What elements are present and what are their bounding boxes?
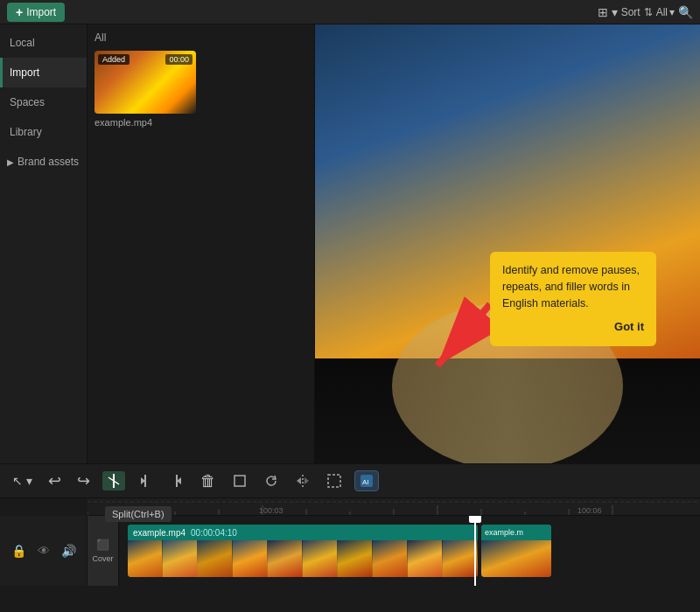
track-controls: 🔒 👁 🔊 (0, 516, 88, 586)
got-it-button[interactable]: Got it (502, 318, 644, 336)
cover-label-box: ⬛ Cover (88, 516, 119, 586)
clip-frame (128, 540, 163, 577)
delete-button[interactable]: 🗑 (197, 470, 220, 492)
clip-name: example.mp4 (133, 528, 186, 538)
sidebar-item-library[interactable]: Library (0, 117, 87, 147)
sidebar-item-brand-assets[interactable]: ▶ Brand assets (0, 147, 87, 177)
eye-icon[interactable]: 👁 (38, 544, 50, 558)
cover-icon: ⬛ (96, 539, 109, 551)
media-filename: example.mp4 (94, 117, 196, 128)
playhead-handle[interactable] (469, 516, 481, 523)
filter-all-button[interactable]: All ▾ (656, 6, 675, 18)
clip-frame (198, 540, 233, 577)
import-label: Import (26, 6, 56, 18)
trim-left-button[interactable] (134, 471, 157, 490)
added-badge: Added (98, 54, 130, 65)
undo-button[interactable]: ↩ (45, 469, 65, 492)
trim-right-button[interactable] (165, 471, 188, 490)
svg-marker-11 (297, 477, 301, 484)
timeline-area: ↖ ▾ ↩ ↪ 🗑 AI Split(Ctrl+B) (0, 463, 700, 612)
audio-icon[interactable]: 🔊 (61, 544, 76, 558)
svg-rect-9 (234, 476, 245, 486)
grid-view-icon[interactable]: ⊞ ▾ (598, 5, 618, 19)
tooltip-text: Identify and remove pauses, repeats, and… (502, 264, 640, 309)
lock-icon[interactable]: 🔒 (11, 544, 26, 558)
top-bar: + Import ⊞ ▾ Sort ⇅ All ▾ 🔍 (0, 0, 700, 24)
clip-frame (338, 540, 373, 577)
svg-marker-12 (304, 477, 309, 484)
crop-button[interactable] (228, 471, 251, 490)
clip-header: example.mp4 00:00:04:10 (128, 525, 478, 540)
adjust-button[interactable] (323, 471, 346, 490)
list-item[interactable]: Added 00:00 example.mp4 (94, 51, 196, 128)
clip-frame (373, 540, 408, 577)
svg-rect-13 (328, 475, 340, 487)
redo-button[interactable]: ↪ (74, 469, 94, 492)
track-clips: example.mp4 00:00:04:10 (119, 516, 700, 586)
clip-frame (408, 540, 443, 577)
timeline-ruler: 100:03 100:06 (88, 498, 700, 516)
sort-button[interactable]: Sort ⇅ (621, 6, 653, 18)
svg-line-1 (438, 304, 490, 365)
cursor-tool-button[interactable]: ↖ ▾ (9, 472, 36, 490)
sidebar-item-import[interactable]: Import (0, 58, 87, 87)
rotate-button[interactable] (260, 471, 283, 490)
clip-secondary-header: example.m (481, 525, 551, 540)
cover-label: Cover (92, 554, 113, 563)
media-all-label: All (94, 31, 307, 44)
secondary-clip[interactable]: example.m (481, 525, 551, 577)
svg-text:AI: AI (362, 478, 369, 486)
chevron-right-icon: ▶ (7, 157, 14, 167)
clip-frame (163, 540, 198, 577)
plus-icon: + (16, 5, 23, 19)
sidebar-item-local[interactable]: Local (0, 28, 87, 58)
import-button[interactable]: + Import (7, 3, 65, 22)
playhead[interactable] (474, 516, 476, 586)
sidebar-item-spaces[interactable]: Spaces (0, 87, 87, 117)
clip-frames (128, 540, 478, 577)
clip-frame (443, 540, 478, 577)
main-clip[interactable]: example.mp4 00:00:04:10 (128, 525, 478, 577)
split-tooltip: Split(Ctrl+B) (105, 506, 172, 522)
flip-button[interactable] (291, 471, 314, 490)
ai-tools-button[interactable]: AI (354, 470, 379, 491)
clip-frame (233, 540, 268, 577)
media-grid: Added 00:00 example.mp4 (94, 51, 307, 128)
clip-duration: 00:00:04:10 (191, 528, 237, 538)
media-duration: 00:00 (165, 54, 192, 65)
clip-frame (268, 540, 303, 577)
timeline-toolbar: ↖ ▾ ↩ ↪ 🗑 AI Split(Ctrl+B) (0, 463, 700, 498)
split-tool-button[interactable] (102, 471, 125, 490)
clip-secondary-name: example.m (485, 528, 523, 537)
red-arrow-indicator (411, 296, 481, 365)
media-thumbnail: Added 00:00 (94, 51, 196, 114)
tooltip-box: Identify and remove pauses, repeats, and… (490, 252, 656, 346)
track-row: 🔒 👁 🔊 ⬛ Cover example.mp4 00:00:04:10 (0, 516, 700, 586)
clip-frame (303, 540, 338, 577)
search-icon[interactable]: 🔍 (678, 5, 693, 19)
